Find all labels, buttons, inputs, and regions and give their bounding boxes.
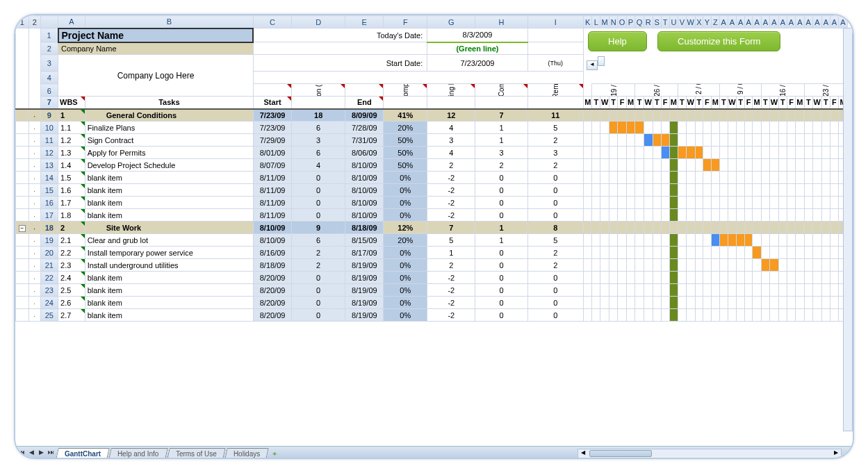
col-header-C[interactable]: C: [253, 16, 291, 28]
dc-cell[interactable]: 1: [475, 222, 527, 234]
dc-cell[interactable]: 2: [475, 159, 527, 172]
col-header-H[interactable]: H: [475, 16, 527, 28]
gantt-cell[interactable]: [661, 272, 669, 284]
gantt-cell[interactable]: [778, 259, 787, 272]
gantt-cell[interactable]: [635, 259, 644, 272]
wbs-cell[interactable]: 1.8: [58, 209, 85, 222]
gantt-cell[interactable]: [778, 234, 787, 247]
col-header-gantt-4[interactable]: O: [618, 16, 626, 28]
gantt-cell[interactable]: [711, 309, 719, 322]
col-header-gantt-25[interactable]: A: [796, 16, 805, 28]
gantt-cell[interactable]: [592, 109, 600, 122]
gantt-cell[interactable]: [737, 259, 745, 272]
task-cell[interactable]: blank item: [85, 172, 253, 184]
gantt-cell[interactable]: [600, 209, 609, 222]
gantt-cell[interactable]: [644, 247, 653, 259]
gantt-cell[interactable]: [728, 259, 737, 272]
gantt-cell[interactable]: [769, 197, 778, 209]
gantt-cell[interactable]: [592, 197, 600, 209]
gantt-cell[interactable]: [769, 134, 778, 147]
gantt-cell[interactable]: [744, 134, 753, 147]
gantt-cell[interactable]: [695, 309, 703, 322]
pct-cell[interactable]: 0%: [384, 247, 427, 259]
gantt-cell[interactable]: [787, 272, 795, 284]
wd-cell[interactable]: 5: [427, 234, 475, 247]
gantt-cell[interactable]: [711, 247, 719, 259]
row-header-24[interactable]: 24: [40, 297, 58, 309]
gantt-cell[interactable]: [600, 272, 609, 284]
task-cell[interactable]: blank item: [85, 284, 253, 297]
col-header-gantt-20[interactable]: A: [753, 16, 761, 28]
gantt-cell[interactable]: [804, 297, 812, 309]
col-header-gantt-14[interactable]: Y: [703, 16, 712, 28]
gantt-cell[interactable]: [821, 209, 830, 222]
gantt-cell[interactable]: [778, 284, 787, 297]
gantt-cell[interactable]: [661, 259, 669, 272]
gantt-cell[interactable]: [653, 247, 661, 259]
dc-cell[interactable]: 0: [475, 197, 527, 209]
gantt-cell[interactable]: [711, 134, 719, 147]
task-cell[interactable]: blank item: [85, 297, 253, 309]
gantt-cell[interactable]: [720, 309, 728, 322]
start-cell[interactable]: 8/11/09: [253, 172, 291, 184]
gantt-cell[interactable]: [812, 159, 821, 172]
dr-cell[interactable]: 2: [527, 159, 583, 172]
gantt-cell[interactable]: [669, 197, 678, 209]
gantt-cell[interactable]: [787, 197, 795, 209]
gantt-cell[interactable]: [618, 297, 626, 309]
gantt-cell[interactable]: [618, 184, 626, 197]
col-header-gantt-26[interactable]: A: [804, 16, 812, 28]
gantt-cell[interactable]: [711, 109, 719, 122]
gantt-cell[interactable]: [592, 259, 600, 272]
gantt-cell[interactable]: [830, 172, 838, 184]
wd-cell[interactable]: 4: [427, 147, 475, 159]
gantt-cell[interactable]: [821, 309, 830, 322]
gantt-cell[interactable]: [821, 247, 830, 259]
end-cell[interactable]: 8/10/09: [345, 184, 384, 197]
gantt-cell[interactable]: [728, 247, 737, 259]
col-header-gantt-8[interactable]: S: [653, 16, 661, 28]
gantt-cell[interactable]: [592, 159, 600, 172]
gantt-cell[interactable]: [744, 222, 753, 234]
gantt-cell[interactable]: [703, 247, 712, 259]
gantt-cell[interactable]: [821, 134, 830, 147]
gantt-cell[interactable]: [626, 297, 635, 309]
gantt-cell[interactable]: [737, 284, 745, 297]
gantt-cell[interactable]: [686, 172, 695, 184]
dur-cell[interactable]: 0: [292, 172, 345, 184]
gantt-cell[interactable]: [635, 147, 644, 159]
gantt-cell[interactable]: [769, 309, 778, 322]
wd-cell[interactable]: 3: [427, 134, 475, 147]
gantt-cell[interactable]: [695, 284, 703, 297]
dur-cell[interactable]: 0: [292, 184, 345, 197]
tab-nav-last[interactable]: ⏭: [46, 449, 56, 458]
gantt-cell[interactable]: [678, 109, 687, 122]
gantt-cell[interactable]: [703, 309, 712, 322]
gantt-cell[interactable]: [804, 284, 812, 297]
dc-cell[interactable]: 1: [475, 134, 527, 147]
gantt-cell[interactable]: [728, 309, 737, 322]
start-cell[interactable]: 8/11/09: [253, 209, 291, 222]
gantt-cell[interactable]: [744, 259, 753, 272]
gantt-cell[interactable]: [635, 197, 644, 209]
gantt-cell[interactable]: [669, 234, 678, 247]
gantt-cell[interactable]: [778, 147, 787, 159]
gantt-cell[interactable]: [626, 259, 635, 272]
gantt-cell[interactable]: [830, 134, 838, 147]
dr-cell[interactable]: 0: [527, 184, 583, 197]
gantt-cell[interactable]: [787, 134, 795, 147]
gantt-cell[interactable]: [744, 197, 753, 209]
wbs-cell[interactable]: 2.2: [58, 247, 85, 259]
gantt-cell[interactable]: [635, 247, 644, 259]
gantt-cell[interactable]: [678, 172, 687, 184]
gantt-cell[interactable]: [635, 159, 644, 172]
gantt-cell[interactable]: [592, 209, 600, 222]
wd-cell[interactable]: -2: [427, 284, 475, 297]
col-header-G[interactable]: G: [427, 16, 475, 28]
start-cell[interactable]: 8/20/09: [253, 272, 291, 284]
gantt-cell[interactable]: [609, 297, 618, 309]
dr-cell[interactable]: 0: [527, 272, 583, 284]
gantt-cell[interactable]: [686, 222, 695, 234]
gantt-cell[interactable]: [695, 159, 703, 172]
pct-cell[interactable]: 0%: [384, 297, 427, 309]
